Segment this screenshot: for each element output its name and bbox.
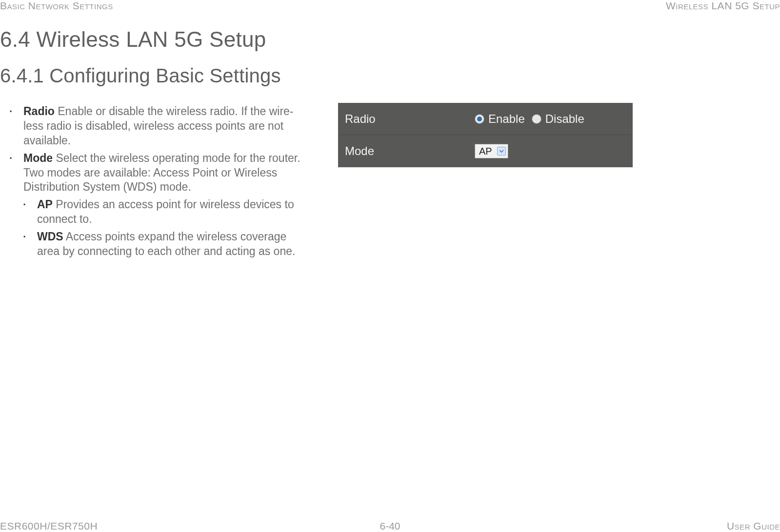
section-heading: 6.4 Wireless LAN 5G Setup bbox=[0, 27, 266, 52]
chevron-down-icon bbox=[497, 147, 506, 156]
footer-model: ESR600H/ESR750H bbox=[0, 520, 98, 532]
footer-page-number: 6-40 bbox=[380, 520, 400, 532]
controls-radio: Enable Disable bbox=[475, 112, 633, 126]
term-radio: Radio bbox=[23, 105, 55, 118]
mode-select[interactable]: AP bbox=[475, 144, 508, 158]
subsection-heading: 6.4.1 Configuring Basic Settings bbox=[0, 65, 281, 87]
radio-disable-option[interactable]: Disable bbox=[532, 112, 584, 126]
radio-icon bbox=[532, 114, 541, 124]
radio-icon bbox=[475, 114, 484, 124]
desc-radio: Enable or disable the wireless radio. If… bbox=[23, 105, 294, 147]
desc-wds: Access points expand the wireless covera… bbox=[37, 230, 295, 257]
row-radio: Radio Enable Disable bbox=[338, 103, 633, 135]
running-header-left: Basic Network Settings bbox=[0, 0, 113, 12]
bullet-wds: WDS Access points expand the wireless co… bbox=[23, 230, 308, 259]
controls-mode: AP bbox=[475, 144, 633, 158]
label-mode: Mode bbox=[338, 144, 475, 158]
page-root: Basic Network Settings Wireless LAN 5G S… bbox=[0, 0, 780, 532]
radio-disable-label: Disable bbox=[545, 112, 584, 126]
body-text: Radio Enable or disable the wireless rad… bbox=[10, 104, 308, 262]
router-settings-panel: Radio Enable Disable Mode AP bbox=[338, 103, 633, 167]
footer-guide-label: User Guide bbox=[727, 520, 780, 532]
row-mode: Mode AP bbox=[338, 135, 633, 167]
bullet-radio: Radio Enable or disable the wireless rad… bbox=[10, 104, 308, 148]
radio-enable-option[interactable]: Enable bbox=[475, 112, 525, 126]
desc-ap: Provides an access point for wireless de… bbox=[37, 198, 294, 225]
mode-select-value: AP bbox=[479, 146, 492, 157]
running-header-right: Wireless LAN 5G Setup bbox=[666, 0, 780, 12]
bullet-ap: AP Provides an access point for wireless… bbox=[23, 197, 308, 227]
radio-enable-label: Enable bbox=[488, 112, 525, 126]
term-wds: WDS bbox=[37, 230, 63, 243]
desc-mode: Select the wireless operating mode for t… bbox=[23, 152, 300, 194]
term-ap: AP bbox=[37, 198, 53, 211]
bullet-mode: Mode Select the wireless operating mode … bbox=[10, 151, 308, 259]
label-radio: Radio bbox=[338, 112, 475, 126]
term-mode: Mode bbox=[23, 152, 53, 164]
